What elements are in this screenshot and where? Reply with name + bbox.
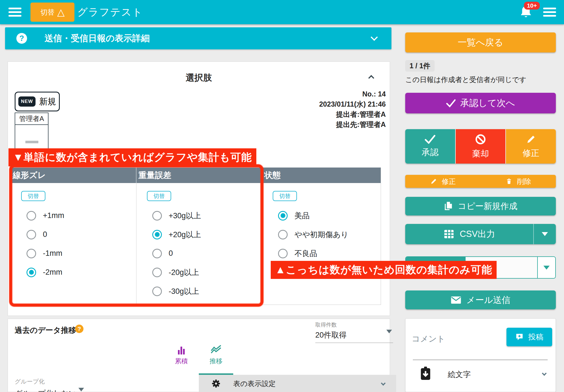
notifications-button[interactable]: 10+ <box>519 5 532 19</box>
toggle-button[interactable]: 切替 <box>21 191 45 201</box>
radio-option-label: -2mm <box>43 268 62 277</box>
grouping-value: グループ化しない <box>15 388 77 392</box>
annotation-numeric-possible: ▼単語に数が含まれていればグラフや集計も可能 <box>8 148 256 166</box>
radio-unselected-icon[interactable] <box>152 287 162 296</box>
pencil-icon <box>430 178 437 185</box>
column-header-linear-offset: 線形ズレ <box>11 168 136 183</box>
post-comment-label: 投稿 <box>528 332 543 342</box>
table-display-settings-bar[interactable]: 表の表示設定 <box>199 375 396 392</box>
toggle-button[interactable]: 切替 <box>273 191 297 201</box>
radio-option[interactable]: -1mm <box>11 244 136 263</box>
annotation-count-only: ▲こっちは数が無いため回数の集計のみ可能 <box>271 261 497 279</box>
copy-create-button[interactable]: コピー新規作成 <box>405 197 556 215</box>
column-condition: 切替 美品 やや初期傷あり 不良品 <box>262 183 381 304</box>
notification-count-badge: 10+ <box>524 2 540 10</box>
column-linear-offset: 切替 +1mm 0 -1mm <box>11 183 136 304</box>
history-help-icon[interactable]: ? <box>75 325 83 333</box>
approve-button[interactable]: 承認 <box>405 129 455 164</box>
comment-title: コメント <box>412 333 445 345</box>
radio-option[interactable]: -30g以上 <box>136 282 262 301</box>
report-submitter: 提出者:管理者A <box>319 109 386 119</box>
record-count-badge: 1 / 1件 <box>405 60 435 72</box>
edit-label: 修正 <box>442 177 456 186</box>
back-to-list-button[interactable]: 一覧へ戻る <box>405 32 556 52</box>
radio-option-label: -20g以上 <box>169 267 199 278</box>
radio-option[interactable]: 0 <box>11 225 136 244</box>
radio-selected-icon[interactable] <box>152 230 162 239</box>
edit-button[interactable]: 修正 <box>405 175 481 188</box>
radio-unselected-icon[interactable] <box>27 211 36 221</box>
owner-tab[interactable]: 管理者A <box>15 113 49 150</box>
radio-unselected-icon[interactable] <box>152 249 162 258</box>
fetch-count-select[interactable]: 取得件数 20件取得 <box>315 321 393 343</box>
help-icon[interactable]: ? <box>16 33 27 44</box>
pencil-icon <box>526 134 536 145</box>
reject-button[interactable]: 棄却 <box>456 129 506 164</box>
dropdown-arrow-icon <box>542 232 548 236</box>
delete-button[interactable]: 削除 <box>481 175 556 188</box>
column-header-weight-error: 重量誤差 <box>136 168 262 183</box>
radio-selected-icon[interactable] <box>27 268 36 277</box>
radio-unselected-icon[interactable] <box>152 211 162 221</box>
radio-option[interactable]: 不良品 <box>262 244 381 263</box>
grouping-select[interactable]: グループ化 グループ化しない <box>15 378 77 392</box>
send-mail-label: メール送信 <box>466 294 510 306</box>
csv-export-dropdown-button[interactable] <box>533 224 556 244</box>
overflow-menu-icon[interactable] <box>543 8 556 17</box>
radio-unselected-icon[interactable] <box>278 249 288 258</box>
trash-icon <box>505 178 513 185</box>
dropdown-arrow-icon <box>543 266 550 270</box>
approve-label: 承認 <box>422 147 439 158</box>
new-button-label: 新規 <box>39 96 56 107</box>
dash-placeholder <box>25 141 38 143</box>
dropdown-arrow-icon <box>78 388 84 391</box>
section-title: 送信・受信日報の表示詳細 <box>45 32 150 44</box>
column-weight-error: 切替 +30g以上 +20g以上 0 <box>136 183 262 304</box>
radio-option[interactable]: やや初期傷あり <box>262 225 381 244</box>
radio-option[interactable]: 0 <box>136 244 262 263</box>
send-mail-button[interactable]: メール送信 <box>405 290 556 309</box>
toggle-button[interactable]: 切替 <box>147 191 171 201</box>
emoji-expander[interactable]: 絵文字 <box>406 364 556 384</box>
new-badge-icon: NEW <box>18 96 36 107</box>
radio-option[interactable]: -20g以上 <box>136 263 262 282</box>
collapse-button[interactable] <box>369 76 373 81</box>
delete-label: 削除 <box>517 177 531 186</box>
line-chart-icon <box>199 345 233 354</box>
owner-tab-label: 管理者A <box>15 113 48 125</box>
radio-unselected-icon[interactable] <box>27 249 36 258</box>
radio-unselected-icon[interactable] <box>27 230 36 239</box>
tab-cumulative[interactable]: 累積 <box>164 345 199 365</box>
radio-option[interactable]: 美品 <box>262 206 381 225</box>
csv-export-button[interactable]: CSV出力 <box>405 224 533 244</box>
copy-create-label: コピー新規作成 <box>458 201 517 212</box>
switch-button[interactable]: 切替 △ <box>30 3 74 22</box>
grouping-label: グループ化 <box>15 378 77 386</box>
chevron-down-icon[interactable] <box>371 34 378 41</box>
covered-dropdown-button[interactable] <box>537 257 555 278</box>
divider <box>413 360 548 360</box>
new-report-button[interactable]: NEW 新規 <box>15 92 60 111</box>
chevron-up-icon <box>368 75 374 81</box>
tab-trend[interactable]: 推移 <box>199 345 233 365</box>
prohibition-icon <box>475 133 486 145</box>
radio-option[interactable]: +1mm <box>11 206 136 225</box>
history-card: 過去のデータ推移 ? 取得件数 20件取得 累積 推移 <box>8 319 390 392</box>
radio-unselected-icon[interactable] <box>278 230 288 239</box>
report-detail-header[interactable]: ? 送信・受信日報の表示詳細 <box>5 27 391 49</box>
emoji-label: 絵文字 <box>448 369 471 380</box>
radio-option-label: やや初期傷あり <box>294 230 349 240</box>
radio-option-label: +20g以上 <box>169 230 201 240</box>
radio-option[interactable]: +30g以上 <box>136 206 262 225</box>
radio-selected-icon[interactable] <box>278 211 288 221</box>
page: 切替 △ グラフテスト 10+ ? 送信・受信日報の表示詳細 選択肢 NEW 新… <box>0 0 564 392</box>
post-comment-button[interactable]: 投稿 <box>506 328 552 346</box>
history-title: 過去のデータ推移 <box>15 325 76 335</box>
gear-icon <box>211 379 221 388</box>
radio-option[interactable]: +20g以上 <box>136 225 262 244</box>
approve-and-next-button[interactable]: 承認して次へ <box>405 93 556 113</box>
amend-button[interactable]: 修正 <box>506 129 556 164</box>
radio-unselected-icon[interactable] <box>152 268 162 277</box>
menu-icon[interactable] <box>8 8 21 17</box>
radio-option[interactable]: -2mm <box>11 263 136 282</box>
